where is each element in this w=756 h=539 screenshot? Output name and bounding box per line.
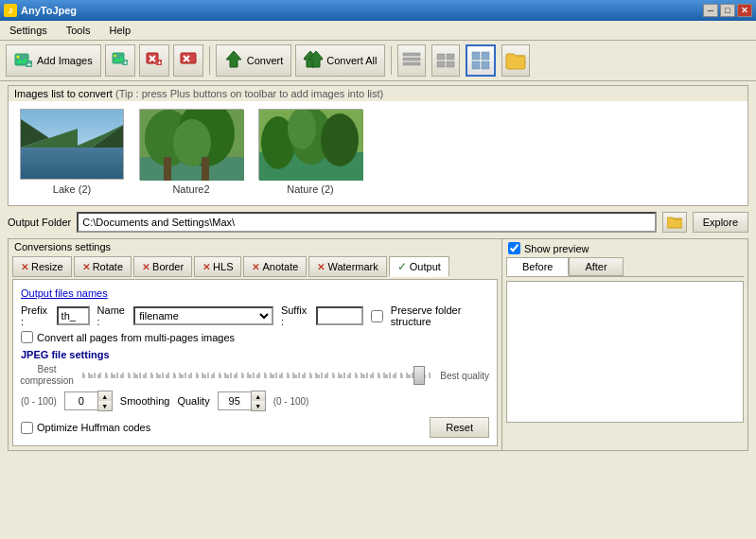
name-select[interactable]: filename — [133, 306, 273, 325]
view-thumbs-button[interactable] — [466, 44, 496, 77]
svg-point-50 — [321, 113, 359, 166]
minimize-button[interactable]: ─ — [703, 4, 718, 17]
title-bar: J AnyToJpeg ─ □ ✕ — [0, 0, 756, 21]
tab-rotate[interactable]: ✕ Rotate — [74, 256, 132, 277]
multi-pages-label: Convert all pages from multi-pages image… — [37, 332, 235, 343]
menu-settings[interactable]: Settings — [4, 23, 53, 38]
main-content: Images list to convert (Tip : press Plus… — [0, 81, 756, 455]
svg-rect-28 — [472, 52, 480, 60]
output-files-label[interactable]: Output files names — [21, 287, 489, 299]
tab-hls[interactable]: ✕ HLS — [194, 256, 241, 277]
svg-text:+: + — [123, 60, 127, 66]
browse-folder-button[interactable] — [662, 212, 687, 233]
tab-border-label: Border — [152, 261, 184, 272]
output-folder-input[interactable] — [77, 212, 656, 233]
svg-rect-21 — [403, 53, 420, 56]
preserve-folder-checkbox[interactable] — [371, 310, 383, 322]
convert-all-icon — [304, 50, 323, 71]
tab-resize-label: Resize — [31, 261, 63, 272]
tab-watermark[interactable]: ✕ Watermark — [308, 256, 386, 277]
menu-tools[interactable]: Tools — [61, 23, 97, 38]
quality-up-arrow[interactable]: ▲ — [252, 391, 265, 401]
menu-bar: Settings Tools Help — [0, 21, 756, 41]
show-preview-checkbox[interactable] — [508, 242, 520, 254]
quality-slider-thumb[interactable] — [413, 366, 425, 385]
prefix-label: Prefix : — [21, 304, 49, 327]
quality-slider-track[interactable] — [82, 373, 431, 378]
jpeg-section-title: JPEG file settings — [21, 349, 489, 360]
convert-label: Convert — [247, 55, 284, 66]
svg-rect-34 — [21, 148, 124, 180]
add-images-button[interactable]: + Add Images — [6, 44, 101, 77]
svg-rect-22 — [403, 58, 420, 61]
quality-input[interactable] — [218, 391, 251, 410]
menu-help[interactable]: Help — [103, 23, 136, 38]
tab-before[interactable]: Before — [506, 257, 569, 276]
nature3-caption: Nature (2) — [287, 183, 334, 195]
hls-x-icon: ✕ — [202, 262, 210, 272]
view-thumbs-icon — [470, 50, 491, 71]
convert-button[interactable]: Convert — [216, 44, 292, 77]
folder-view-icon — [505, 50, 526, 71]
bottom-controls-row: Optimize Huffman codes Reset — [21, 417, 489, 438]
prefix-input[interactable] — [57, 306, 90, 325]
delete-button-2[interactable] — [173, 44, 203, 77]
preview-header: Show preview — [502, 239, 747, 257]
tab-output[interactable]: ✓ Output — [389, 256, 449, 277]
suffix-input[interactable] — [316, 306, 363, 325]
output-tab-content: Output files names Prefix : Name : filen… — [12, 279, 498, 446]
smoothing-up-arrow[interactable]: ▲ — [98, 391, 112, 401]
folder-icon — [667, 216, 682, 229]
tab-after[interactable]: After — [569, 257, 623, 276]
close-button[interactable]: ✕ — [737, 4, 752, 17]
toolbar: + Add Images + + — [0, 41, 756, 81]
svg-text:+: + — [157, 60, 161, 66]
output-folder-row: Output Folder Explore — [8, 212, 748, 233]
images-list-tip: (Tip : press Plus buttons on toolbar to … — [115, 88, 383, 99]
svg-rect-31 — [482, 61, 489, 69]
convert-icon — [224, 50, 243, 71]
svg-rect-25 — [447, 54, 454, 60]
smoothing-down-arrow[interactable]: ▼ — [98, 401, 112, 410]
nature3-thumbnail[interactable] — [258, 109, 362, 180]
view-details-button[interactable] — [397, 44, 426, 77]
nature2-thumbnail[interactable] — [139, 109, 243, 180]
lake-thumbnail[interactable] — [20, 109, 124, 180]
tab-output-label: Output — [410, 261, 441, 272]
smoothing-spinbox: ▲ ▼ — [64, 391, 113, 411]
svg-rect-24 — [437, 54, 445, 60]
multi-pages-checkbox[interactable] — [21, 331, 33, 343]
delete-button-1[interactable]: + — [139, 44, 169, 77]
toolbar-separator-2 — [391, 46, 392, 75]
svg-rect-26 — [437, 61, 445, 67]
quality-down-arrow[interactable]: ▼ — [252, 401, 265, 410]
tab-watermark-label: Watermark — [327, 261, 378, 272]
image-add-icon: + — [14, 51, 33, 70]
conversions-tabs: ✕ Resize ✕ Rotate ✕ Border ✕ HLS ✕ Ano — [9, 254, 501, 279]
convert-all-button[interactable]: Convert All — [295, 44, 385, 77]
nature2-caption: Nature2 — [172, 183, 209, 195]
svg-point-7 — [114, 55, 115, 57]
svg-point-2 — [17, 56, 20, 59]
explore-button[interactable]: Explore — [693, 212, 748, 233]
smoothing-input[interactable] — [64, 391, 97, 410]
name-label: Name : — [97, 304, 127, 327]
svg-rect-44 — [164, 157, 171, 181]
tab-border[interactable]: ✕ Border — [133, 256, 192, 277]
svg-rect-29 — [482, 52, 489, 60]
tab-resize[interactable]: ✕ Resize — [12, 256, 72, 277]
svg-rect-45 — [202, 157, 209, 181]
maximize-button[interactable]: □ — [720, 4, 735, 17]
add-images-icon: + — [14, 51, 33, 70]
tab-hls-label: HLS — [213, 261, 233, 272]
tab-anotate[interactable]: ✕ Anotate — [243, 256, 307, 277]
multi-pages-row: Convert all pages from multi-pages image… — [21, 331, 489, 343]
view-folder-button[interactable] — [501, 44, 530, 77]
add-button-2[interactable]: + — [105, 44, 135, 77]
optimize-checkbox[interactable] — [21, 422, 33, 434]
svg-marker-18 — [226, 51, 241, 67]
conversions-title: Conversions settings — [9, 239, 501, 254]
images-section: Images list to convert (Tip : press Plus… — [8, 85, 748, 206]
reset-button[interactable]: Reset — [430, 417, 489, 438]
view-list-button[interactable] — [431, 44, 460, 77]
